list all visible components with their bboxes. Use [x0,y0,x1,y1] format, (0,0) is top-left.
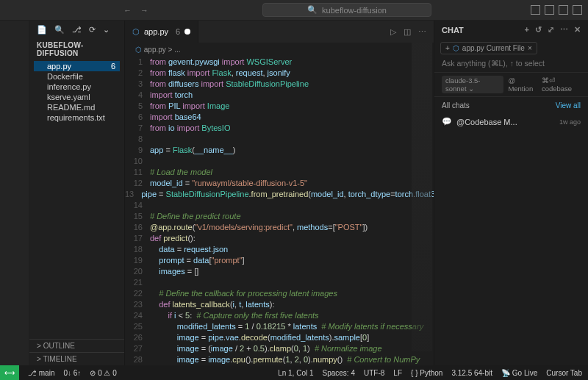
cursor-pos[interactable]: Ln 1, Col 1 [278,369,313,377]
status-bar: ⟷ ⎇ main 0↓ 6↑ ⊘ 0 ⚠ 0 Ln 1, Col 1 Space… [0,365,588,380]
explorer-sidebar: 📄 🔍 ⎇ ⟳ ⌄ KUBEFLOW-DIFFUSION app.py6Dock… [29,21,125,365]
dirty-indicator-icon [184,29,190,35]
file-README-md[interactable]: README.md [34,102,120,112]
search-icon: 🔍 [307,5,318,15]
timeline-section[interactable]: > TIMELINE [29,352,124,365]
file-app-py[interactable]: app.py6 [34,61,120,71]
chevron-down-icon[interactable]: ⌄ [103,25,110,35]
refresh-icon[interactable]: ⟳ [89,25,96,35]
chat-icon: 💬 [442,117,452,126]
file-Dockerfile[interactable]: Dockerfile [34,71,120,82]
expand-icon[interactable]: ⤢ [548,25,554,35]
new-file-icon[interactable]: 📄 [37,25,47,35]
tab-app-py[interactable]: ⬡ app.py 6 [125,21,198,43]
problems-status[interactable]: ⊘ 0 ⚠ 0 [90,369,116,377]
python-env[interactable]: 3.12.5 64-bit [451,369,492,377]
more-icon[interactable]: ⋯ [560,25,568,35]
model-select[interactable]: claude-3.5-sonnet ⌄ [442,76,503,93]
eol-status[interactable]: LF [393,369,402,377]
outline-section[interactable]: > OUTLINE [29,339,124,352]
layout-left-icon[interactable] [531,5,540,15]
titlebar: ← → 🔍 kubeflow-diffusion [0,0,588,21]
more-icon[interactable]: ⋯ [418,27,426,37]
history-icon[interactable]: ↺ [535,25,542,35]
code-editor[interactable]: 1from gevent.pywsgi import WSGIServer2fr… [125,57,434,365]
split-icon[interactable]: ◫ [404,27,411,37]
go-live[interactable]: 📡 Go Live [501,369,537,377]
chat-input[interactable]: Ask anything (⌘L), ↑ to select [442,59,581,68]
editor-tabs: ⬡ app.py 6 ▷ ◫ ⋯ [125,21,434,43]
context-pill[interactable]: + ⬡ app.py Current File × [440,42,537,54]
minimap[interactable] [412,43,432,351]
cursor-tab[interactable]: Cursor Tab [546,369,582,377]
breadcrumb[interactable]: ⬡ app.py > ... [125,43,434,57]
file-requirements-txt[interactable]: requirements.txt [34,112,120,123]
explorer-header[interactable]: KUBEFLOW-DIFFUSION [29,39,124,60]
run-icon[interactable]: ▷ [390,27,396,37]
search-icon[interactable]: 🔍 [54,25,65,35]
command-center[interactable]: 🔍 kubeflow-diffusion [262,3,431,17]
codebase-button[interactable]: ⌘⏎ codebase [542,76,581,93]
file-kserve-yaml[interactable]: kserve.yaml [34,92,120,102]
chat-history-item[interactable]: 💬 @Codebase M... 1w ago [442,117,581,126]
branch-icon[interactable]: ⎇ [72,25,82,35]
activity-bar [0,21,29,365]
layout-bottom-icon[interactable] [545,5,554,15]
nav-back-icon[interactable]: ← [123,6,132,15]
python-icon: ⬡ [132,27,140,37]
close-icon[interactable]: ✕ [574,25,581,35]
remote-indicator[interactable]: ⟷ [0,365,19,380]
sync-status[interactable]: 0↓ 6↑ [63,369,81,377]
all-chats-label: All chats [442,101,470,110]
chat-title: CHAT [442,26,464,35]
close-icon[interactable]: × [528,44,532,52]
mention-button[interactable]: @ Mention [508,76,537,93]
layout-panel-icon[interactable] [573,5,582,15]
branch-status[interactable]: ⎇ main [28,369,54,377]
plus-icon[interactable]: + [525,25,529,35]
encoding-status[interactable]: UTF-8 [364,369,384,377]
indent-status[interactable]: Spaces: 4 [323,369,355,377]
project-name: kubeflow-diffusion [322,6,387,15]
file-inference-py[interactable]: inference.py [34,82,120,92]
plus-icon: + [445,44,450,52]
nav-fwd-icon[interactable]: → [140,6,148,15]
lang-status[interactable]: { } Python [411,369,442,377]
chat-panel: CHAT + ↺ ⤢ ⋯ ✕ + ⬡ app.py Current File ×… [434,21,588,365]
layout-right-icon[interactable] [559,5,568,15]
view-all-link[interactable]: View all [556,101,581,110]
